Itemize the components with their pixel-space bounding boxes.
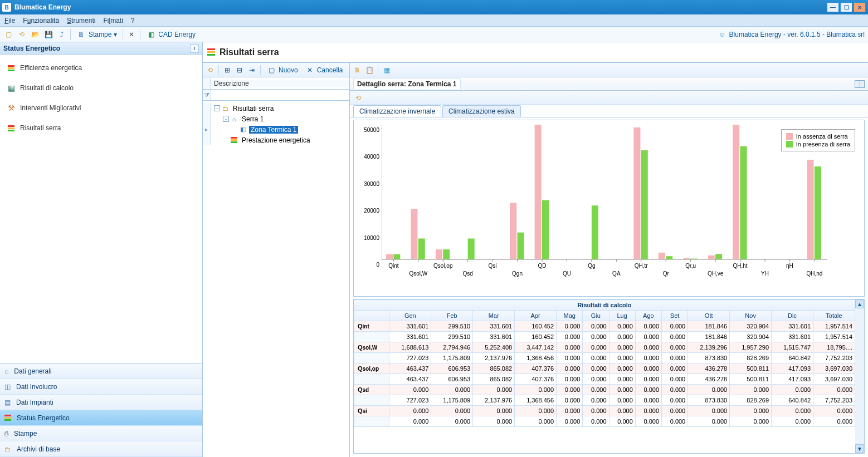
tree-node-0[interactable]: -🗀Risultati serra: [203, 103, 349, 114]
legend-swatch: [786, 141, 793, 148]
bar: [535, 125, 542, 259]
vertical-scrollbar[interactable]: ▲ ▼: [855, 299, 864, 453]
cell: 7,752.203: [813, 395, 855, 406]
cell: 331.601: [389, 321, 431, 332]
expander-icon[interactable]: -: [223, 116, 229, 122]
col-header: Ott: [688, 311, 730, 321]
row-label: Qsd: [354, 385, 389, 395]
bottom-nav-label: Archivi di base: [17, 445, 60, 453]
refresh-tree-icon[interactable]: ⟲: [205, 65, 215, 75]
x-tick-label: QH,tr: [635, 263, 648, 269]
cell: 2,139.296: [688, 342, 730, 353]
results-table-container: Risultati di calcoloGenFebMarAprMagGiuLu…: [353, 299, 865, 454]
expand-icon[interactable]: ⊞: [222, 65, 232, 75]
table-icon[interactable]: ▦: [382, 65, 392, 75]
collapse-button[interactable]: ‹: [190, 44, 199, 53]
collapse-icon[interactable]: ⊟: [235, 65, 245, 75]
cell: 0.000: [515, 416, 557, 427]
menu-strumenti[interactable]: Strumenti: [67, 17, 95, 24]
tree-node-3[interactable]: Prestazione energetica: [203, 135, 349, 145]
bottom-nav-4[interactable]: ⎙Stampe: [0, 426, 202, 441]
cell: 0.000: [609, 321, 635, 332]
clone-icon[interactable]: 🗎: [352, 65, 362, 75]
table-row: 0.0000.0000.0000.0000.0000.0000.0000.000…: [354, 416, 855, 427]
cell: 0.000: [583, 416, 609, 427]
cell: 0.000: [609, 385, 635, 395]
tree-node-2[interactable]: ▸◧Zona Termica 1: [203, 124, 349, 135]
cad-energy-button[interactable]: ◧ CAD Energy: [144, 28, 198, 41]
menu-filmati[interactable]: Filmati: [103, 17, 123, 24]
bars-icon: [230, 136, 238, 144]
close-button[interactable]: ✕: [854, 2, 866, 12]
cell: 0.000: [389, 385, 431, 395]
cell: 0.000: [662, 406, 688, 416]
bottom-nav-3[interactable]: Status Energetico: [0, 410, 202, 426]
menu-file[interactable]: File: [4, 17, 15, 24]
cell: 0.000: [635, 395, 661, 406]
menu-funzionalita[interactable]: Funzionalità: [23, 17, 59, 24]
home-icon: ⌂: [4, 367, 8, 375]
cell: 0.000: [662, 353, 688, 363]
minimize-button[interactable]: —: [827, 2, 839, 12]
goto-icon[interactable]: ⇥: [247, 65, 257, 75]
detail-toolbar: ⟲: [350, 91, 868, 105]
x-tick-label: QH,nd: [806, 271, 822, 277]
bar: [418, 238, 425, 259]
refresh-detail-icon[interactable]: ⟲: [353, 93, 363, 103]
cell: 436.278: [688, 363, 730, 374]
menu-help[interactable]: ?: [131, 17, 135, 24]
detail-panel: 🗎 📋 ▦ Dettaglio serra: Zona Termica 1 ⟲ …: [350, 63, 868, 457]
tree-node-1[interactable]: -⌂Serra 1: [203, 114, 349, 124]
bottom-nav-1[interactable]: ◫Dati Involucro: [0, 379, 202, 395]
cell: 0.000: [635, 321, 661, 332]
tab-0[interactable]: Climatizzazione invernale: [353, 105, 441, 117]
bottom-nav-0[interactable]: ⌂Dati generali: [0, 363, 202, 379]
cell: 0.000: [557, 395, 583, 406]
paste-icon[interactable]: 📋: [364, 65, 374, 75]
bars-icon: [7, 124, 16, 132]
bar: [411, 209, 417, 259]
cell: 0.000: [635, 332, 661, 342]
bar: [659, 253, 665, 259]
cell: 0.000: [635, 353, 661, 363]
cancella-button[interactable]: ✕ Cancella: [303, 64, 345, 76]
sidebar-item-3[interactable]: Risultati serra: [0, 118, 202, 138]
cell: 0.000: [583, 406, 609, 416]
scroll-down-icon[interactable]: ▼: [855, 444, 864, 453]
cell: 0.000: [609, 374, 635, 385]
save-icon[interactable]: 💾: [43, 30, 53, 40]
filter-input[interactable]: [211, 90, 349, 100]
nuovo-button[interactable]: ▢ Nuovo: [264, 64, 300, 76]
scroll-up-icon[interactable]: ▲: [855, 299, 864, 308]
version-label: ☺ Blumatica Energy - ver. 6.0.1.5 - Blum…: [719, 31, 865, 38]
refresh-icon[interactable]: ⟲: [17, 30, 27, 40]
cell: 1,368.456: [515, 353, 557, 363]
cell: 0.000: [609, 342, 635, 353]
sidebar-header: Status Energetico ‹: [0, 42, 202, 55]
layout-icon[interactable]: [855, 80, 865, 88]
sidebar-item-2[interactable]: ⚒Interventi Migliorativi: [0, 98, 202, 118]
row-label: [354, 332, 389, 342]
table-row: Qsi0.0000.0000.0000.0000.0000.0000.0000.…: [354, 406, 855, 416]
sidebar-item-1[interactable]: ▦Risultati di calcolo: [0, 78, 202, 98]
new-file-icon[interactable]: ▢: [3, 30, 13, 40]
maximize-button[interactable]: ☐: [840, 2, 852, 12]
x-tick-label: Qr,u: [685, 263, 696, 269]
tools-icon[interactable]: ✕: [126, 30, 136, 40]
tab-1[interactable]: Climatizzazione estiva: [442, 105, 521, 117]
expander-icon[interactable]: -: [214, 105, 220, 111]
open-folder-icon[interactable]: 📂: [30, 30, 40, 40]
cell: 0.000: [557, 406, 583, 416]
export-icon[interactable]: ⤴: [57, 30, 67, 40]
stampe-dropdown[interactable]: 🗎 Stampe ▾: [74, 28, 119, 41]
sidebar-item-0[interactable]: Efficienza energetica: [0, 58, 202, 78]
bottom-nav-2[interactable]: ▤Dati Impianti: [0, 395, 202, 410]
filter-icon[interactable]: ⧩: [203, 90, 211, 100]
cell: 865.082: [473, 363, 515, 374]
bottom-nav-5[interactable]: 🗀Archivi di base: [0, 441, 202, 457]
cell: 0.000: [730, 406, 772, 416]
cell: 828.269: [730, 395, 772, 406]
table-row: Qint331.601299.510331.601160.4520.0000.0…: [354, 321, 855, 332]
main-toolbar: ▢ ⟲ 📂 💾 ⤴ 🗎 Stampe ▾ ✕ ◧ CAD Energy ☺ Bl…: [0, 27, 868, 42]
calc-icon: ▦: [7, 83, 16, 92]
